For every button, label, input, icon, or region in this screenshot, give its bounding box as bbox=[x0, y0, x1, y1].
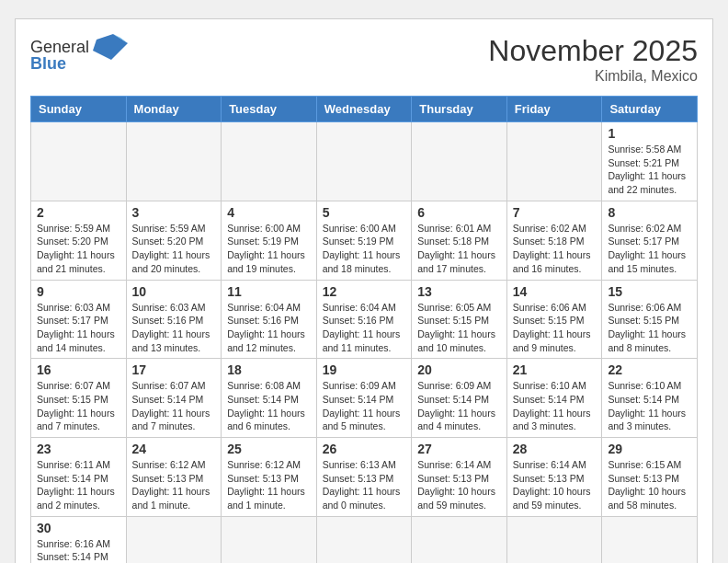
day-number: 12 bbox=[323, 284, 406, 299]
weekday-header-thursday: Thursday bbox=[412, 97, 507, 122]
day-cell: 10Sunrise: 6:03 AM Sunset: 5:16 PM Dayli… bbox=[126, 280, 222, 359]
day-cell: 14Sunrise: 6:06 AM Sunset: 5:15 PM Dayli… bbox=[506, 280, 602, 359]
day-info: Sunrise: 6:09 AM Sunset: 5:14 PM Dayligh… bbox=[323, 379, 406, 433]
day-number: 14 bbox=[513, 284, 597, 299]
calendar-title: November 2025 bbox=[488, 34, 698, 68]
day-info: Sunrise: 6:02 AM Sunset: 5:18 PM Dayligh… bbox=[513, 222, 597, 276]
day-cell: 7Sunrise: 6:02 AM Sunset: 5:18 PM Daylig… bbox=[506, 201, 602, 280]
day-number: 28 bbox=[513, 442, 597, 456]
day-cell: 23Sunrise: 6:11 AM Sunset: 5:14 PM Dayli… bbox=[31, 438, 127, 517]
day-info: Sunrise: 6:10 AM Sunset: 5:14 PM Dayligh… bbox=[608, 379, 691, 433]
day-cell: 4Sunrise: 6:00 AM Sunset: 5:19 PM Daylig… bbox=[222, 201, 317, 280]
weekday-header-row: SundayMondayTuesdayWednesdayThursdayFrid… bbox=[31, 97, 698, 122]
day-number: 19 bbox=[323, 362, 406, 377]
day-number: 24 bbox=[132, 442, 216, 456]
day-cell: 22Sunrise: 6:10 AM Sunset: 5:14 PM Dayli… bbox=[602, 359, 698, 438]
week-row-1: 1Sunrise: 5:58 AM Sunset: 5:21 PM Daylig… bbox=[31, 122, 698, 201]
day-cell: 3Sunrise: 5:59 AM Sunset: 5:20 PM Daylig… bbox=[126, 201, 222, 280]
day-info: Sunrise: 6:00 AM Sunset: 5:19 PM Dayligh… bbox=[227, 222, 311, 276]
day-info: Sunrise: 6:01 AM Sunset: 5:18 PM Dayligh… bbox=[417, 222, 501, 276]
week-row-2: 2Sunrise: 5:59 AM Sunset: 5:20 PM Daylig… bbox=[31, 201, 698, 280]
week-row-3: 9Sunrise: 6:03 AM Sunset: 5:17 PM Daylig… bbox=[31, 280, 698, 359]
day-cell: 27Sunrise: 6:14 AM Sunset: 5:13 PM Dayli… bbox=[412, 438, 507, 517]
day-cell: 9Sunrise: 6:03 AM Sunset: 5:17 PM Daylig… bbox=[31, 280, 127, 359]
day-number: 26 bbox=[323, 442, 406, 456]
day-cell: 17Sunrise: 6:07 AM Sunset: 5:14 PM Dayli… bbox=[126, 359, 222, 438]
week-row-4: 16Sunrise: 6:07 AM Sunset: 5:15 PM Dayli… bbox=[31, 359, 698, 438]
day-cell: 20Sunrise: 6:09 AM Sunset: 5:14 PM Dayli… bbox=[412, 359, 507, 438]
day-number: 18 bbox=[227, 362, 311, 377]
day-info: Sunrise: 6:13 AM Sunset: 5:13 PM Dayligh… bbox=[323, 458, 406, 512]
day-cell bbox=[412, 516, 507, 563]
day-number: 4 bbox=[227, 205, 311, 220]
day-number: 22 bbox=[608, 362, 691, 377]
day-cell: 16Sunrise: 6:07 AM Sunset: 5:15 PM Dayli… bbox=[31, 359, 127, 438]
weekday-header-monday: Monday bbox=[126, 97, 222, 122]
day-info: Sunrise: 5:59 AM Sunset: 5:20 PM Dayligh… bbox=[37, 222, 120, 276]
day-info: Sunrise: 6:16 AM Sunset: 5:14 PM Dayligh… bbox=[37, 537, 120, 563]
day-cell bbox=[126, 516, 222, 563]
day-info: Sunrise: 6:12 AM Sunset: 5:13 PM Dayligh… bbox=[227, 458, 311, 512]
day-cell: 24Sunrise: 6:12 AM Sunset: 5:13 PM Dayli… bbox=[126, 438, 222, 517]
day-number: 6 bbox=[417, 205, 501, 220]
day-cell bbox=[31, 122, 127, 201]
day-info: Sunrise: 6:14 AM Sunset: 5:13 PM Dayligh… bbox=[513, 458, 597, 512]
day-cell bbox=[316, 122, 412, 201]
day-number: 17 bbox=[132, 362, 216, 377]
day-cell: 18Sunrise: 6:08 AM Sunset: 5:14 PM Dayli… bbox=[222, 359, 317, 438]
day-cell: 8Sunrise: 6:02 AM Sunset: 5:17 PM Daylig… bbox=[602, 201, 698, 280]
day-number: 23 bbox=[37, 442, 120, 456]
day-number: 1 bbox=[608, 126, 691, 141]
day-number: 10 bbox=[132, 284, 216, 299]
day-info: Sunrise: 5:58 AM Sunset: 5:21 PM Dayligh… bbox=[608, 143, 691, 197]
weekday-header-sunday: Sunday bbox=[31, 97, 127, 122]
day-info: Sunrise: 6:06 AM Sunset: 5:15 PM Dayligh… bbox=[513, 301, 597, 355]
day-number: 9 bbox=[37, 284, 120, 299]
day-cell: 19Sunrise: 6:09 AM Sunset: 5:14 PM Dayli… bbox=[316, 359, 412, 438]
day-cell bbox=[506, 516, 602, 563]
day-number: 27 bbox=[417, 442, 501, 456]
day-cell: 25Sunrise: 6:12 AM Sunset: 5:13 PM Dayli… bbox=[222, 438, 317, 517]
day-number: 21 bbox=[513, 362, 597, 377]
day-info: Sunrise: 6:11 AM Sunset: 5:14 PM Dayligh… bbox=[37, 458, 120, 512]
day-cell: 11Sunrise: 6:04 AM Sunset: 5:16 PM Dayli… bbox=[222, 280, 317, 359]
day-cell: 13Sunrise: 6:05 AM Sunset: 5:15 PM Dayli… bbox=[412, 280, 507, 359]
weekday-header-saturday: Saturday bbox=[602, 97, 698, 122]
day-number: 5 bbox=[323, 205, 406, 220]
day-cell: 6Sunrise: 6:01 AM Sunset: 5:18 PM Daylig… bbox=[412, 201, 507, 280]
weekday-header-friday: Friday bbox=[506, 97, 602, 122]
day-cell: 1Sunrise: 5:58 AM Sunset: 5:21 PM Daylig… bbox=[602, 122, 698, 201]
day-cell bbox=[412, 122, 507, 201]
day-info: Sunrise: 6:07 AM Sunset: 5:14 PM Dayligh… bbox=[132, 379, 216, 433]
calendar-header: General Blue November 2025 Kimbila, Mexi… bbox=[30, 34, 698, 85]
day-cell: 12Sunrise: 6:04 AM Sunset: 5:16 PM Dayli… bbox=[316, 280, 412, 359]
day-info: Sunrise: 6:03 AM Sunset: 5:16 PM Dayligh… bbox=[132, 301, 216, 355]
day-info: Sunrise: 6:03 AM Sunset: 5:17 PM Dayligh… bbox=[37, 301, 120, 355]
logo-blue-text: Blue bbox=[30, 54, 66, 74]
day-info: Sunrise: 6:07 AM Sunset: 5:15 PM Dayligh… bbox=[37, 379, 120, 433]
day-number: 29 bbox=[608, 442, 691, 456]
weekday-header-wednesday: Wednesday bbox=[316, 97, 412, 122]
day-info: Sunrise: 6:12 AM Sunset: 5:13 PM Dayligh… bbox=[132, 458, 216, 512]
weekday-header-tuesday: Tuesday bbox=[222, 97, 317, 122]
day-number: 25 bbox=[227, 442, 311, 456]
day-cell bbox=[316, 516, 412, 563]
day-number: 16 bbox=[37, 362, 120, 377]
calendar-table: SundayMondayTuesdayWednesdayThursdayFrid… bbox=[30, 96, 698, 563]
day-info: Sunrise: 6:15 AM Sunset: 5:13 PM Dayligh… bbox=[608, 458, 691, 512]
day-info: Sunrise: 6:09 AM Sunset: 5:14 PM Dayligh… bbox=[417, 379, 501, 433]
day-cell bbox=[222, 516, 317, 563]
day-number: 30 bbox=[37, 521, 120, 535]
day-cell: 26Sunrise: 6:13 AM Sunset: 5:13 PM Dayli… bbox=[316, 438, 412, 517]
day-number: 11 bbox=[227, 284, 311, 299]
day-number: 7 bbox=[513, 205, 597, 220]
day-info: Sunrise: 6:06 AM Sunset: 5:15 PM Dayligh… bbox=[608, 301, 691, 355]
day-cell bbox=[506, 122, 602, 201]
day-info: Sunrise: 6:04 AM Sunset: 5:16 PM Dayligh… bbox=[227, 301, 311, 355]
day-number: 3 bbox=[132, 205, 216, 220]
day-cell: 21Sunrise: 6:10 AM Sunset: 5:14 PM Dayli… bbox=[506, 359, 602, 438]
day-number: 2 bbox=[37, 205, 120, 220]
calendar-container: General Blue November 2025 Kimbila, Mexi… bbox=[15, 18, 713, 563]
logo-icon bbox=[93, 34, 128, 60]
day-cell bbox=[126, 122, 222, 201]
